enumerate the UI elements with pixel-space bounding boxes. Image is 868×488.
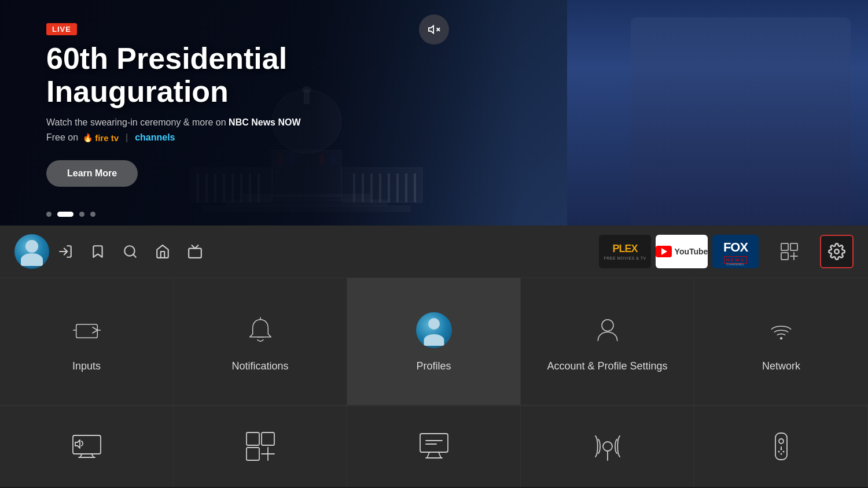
profile-body [424, 334, 444, 346]
youtube-play-triangle [661, 248, 667, 255]
network-icon-wrap [761, 310, 801, 350]
profiles-label: Profiles [416, 360, 451, 373]
svg-marker-53 [75, 440, 80, 448]
bookmarks-button[interactable] [90, 244, 105, 259]
gear-icon [828, 243, 845, 260]
svg-marker-29 [429, 26, 433, 34]
hero-channel-name: NBC News NOW [229, 117, 300, 127]
settings-item-notifications[interactable]: Notifications [174, 278, 347, 405]
nav-icons-group [58, 244, 599, 259]
settings-item-display[interactable] [0, 406, 174, 487]
avatar-head [25, 240, 38, 253]
learn-more-button[interactable]: Learn More [46, 160, 138, 187]
plex-app-tile[interactable]: PLEX FREE MOVIES & TV [599, 235, 651, 268]
monitor-icon [419, 432, 449, 460]
svg-rect-67 [775, 433, 787, 460]
tv-icon [187, 244, 203, 259]
hero-title: 60th Presidential Inauguration [46, 42, 347, 108]
settings-item-inputs[interactable]: Inputs [0, 278, 174, 405]
hero-subtitle-prefix: Watch the swearing-in ceremony & more on [46, 117, 229, 127]
display-icon [72, 434, 102, 459]
svg-point-41 [834, 249, 839, 254]
channels-label: channels [135, 132, 175, 143]
svg-point-72 [780, 453, 782, 455]
inputs-label: Inputs [72, 360, 101, 373]
svg-line-61 [439, 452, 441, 458]
svg-rect-59 [420, 434, 448, 452]
carousel-dot-3[interactable] [79, 212, 84, 217]
mute-button[interactable] [419, 14, 449, 45]
carousel-dot-4[interactable] [90, 212, 95, 217]
remote-icon [774, 432, 788, 461]
home-button[interactable] [155, 244, 170, 259]
settings-item-profiles[interactable]: Profiles [347, 278, 521, 405]
firetv-logo: 🔥 fire tv [83, 133, 119, 143]
inputs-icon [72, 316, 101, 345]
applications-icon-wrap [244, 431, 276, 463]
hero-section: LIVE 60th Presidential Inauguration Watc… [0, 0, 868, 225]
settings-tile[interactable] [820, 235, 854, 268]
person-icon [593, 316, 622, 345]
mute-icon [428, 23, 440, 36]
hero-platform: Free on 🔥 fire tv | channels [46, 132, 347, 143]
profiles-icon-wrap [414, 310, 454, 350]
sign-in-icon [58, 244, 73, 259]
svg-point-73 [780, 449, 782, 450]
grid-apps-icon [245, 431, 275, 461]
svg-point-65 [603, 442, 612, 451]
svg-point-48 [780, 337, 782, 339]
user-avatar[interactable] [14, 234, 49, 269]
all-apps-icon [780, 242, 799, 261]
firetv-flame-icon: 🔥 [83, 133, 93, 142]
search-button[interactable] [123, 244, 138, 259]
notifications-label: Notifications [231, 360, 288, 373]
live-badge: LIVE [46, 23, 77, 35]
bookmark-icon [90, 244, 105, 259]
hero-person-area [567, 0, 868, 225]
alexa-icon-wrap [418, 431, 450, 463]
antenna-icon-wrap [591, 431, 623, 463]
display-icon-wrap [71, 431, 102, 463]
account-label: Account & Profile Settings [547, 360, 667, 373]
svg-rect-38 [781, 253, 788, 260]
svg-rect-35 [189, 249, 201, 258]
settings-item-remote[interactable] [694, 406, 868, 487]
settings-item-applications[interactable] [174, 406, 347, 487]
platform-divider: | [126, 132, 128, 143]
settings-item-live-tv[interactable] [521, 406, 694, 487]
sign-in-button[interactable] [58, 244, 73, 259]
carousel-dot-1[interactable] [46, 212, 52, 217]
inputs-icon-wrap [67, 310, 107, 350]
svg-point-68 [779, 439, 784, 443]
notifications-icon-wrap [240, 310, 281, 350]
search-icon [123, 244, 138, 259]
svg-line-50 [80, 454, 82, 457]
settings-item-account[interactable]: Account & Profile Settings [521, 278, 694, 405]
carousel-dots [46, 212, 95, 217]
settings-grid-row1: Inputs Notifications Profiles [0, 278, 868, 405]
fox-news-app-tile[interactable]: FOX NEWS CHANNEL [712, 235, 759, 268]
settings-item-alexa[interactable] [347, 406, 521, 487]
svg-rect-56 [247, 448, 259, 460]
profile-head [428, 318, 440, 330]
svg-rect-55 [262, 432, 274, 445]
carousel-dot-2[interactable] [57, 212, 73, 217]
settings-item-network[interactable]: Network [694, 278, 868, 405]
live-tv-button[interactable] [187, 244, 203, 259]
youtube-icon [656, 246, 672, 257]
svg-point-71 [782, 451, 784, 453]
navigation-bar: PLEX FREE MOVIES & TV YouTube FOX NEWS C… [0, 225, 868, 278]
svg-rect-49 [73, 435, 101, 454]
svg-line-34 [133, 254, 136, 257]
svg-line-60 [427, 452, 429, 458]
youtube-app-tile[interactable]: YouTube [656, 235, 708, 268]
wifi-icon [767, 316, 796, 345]
network-label: Network [762, 360, 800, 373]
settings-grid-row2 [0, 405, 868, 487]
youtube-label: YouTube [675, 247, 708, 256]
all-apps-tile[interactable] [763, 235, 815, 268]
youtube-inner: YouTube [656, 246, 708, 257]
svg-rect-54 [247, 432, 259, 445]
app-tiles-group: PLEX FREE MOVIES & TV YouTube FOX NEWS C… [599, 235, 854, 268]
account-icon-wrap [587, 310, 628, 350]
